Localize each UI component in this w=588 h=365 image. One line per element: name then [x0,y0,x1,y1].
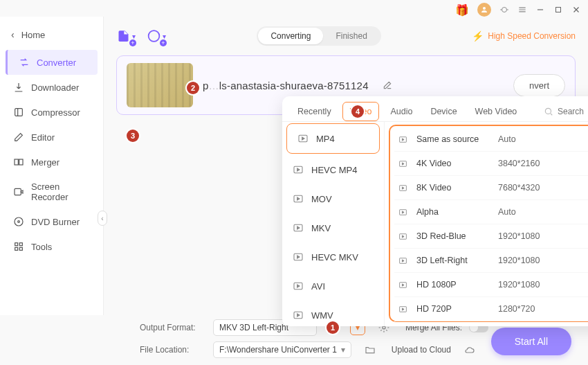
svg-point-31 [383,326,385,329]
svg-rect-12 [19,247,22,250]
format-item-mov[interactable]: MOV [282,184,384,213]
start-all-button[interactable]: Start All [491,328,571,355]
svg-rect-3 [15,109,23,116]
format-list: MP4HEVC MP4MOVMKVHEVC MKVAVIWMVM4V [282,122,385,326]
svg-point-14 [545,108,551,114]
recorder-icon [13,186,24,197]
preset-name: HD 720P [416,304,498,314]
preset-pane: Same as sourceAuto4K Video3840*21608K Vi… [385,122,588,326]
callout-badge-2: 2 [187,82,199,94]
play-icon [398,184,410,193]
play-icon [398,305,410,314]
merger-icon [13,157,24,168]
format-label: MOV [311,194,332,204]
format-label: HEVC MP4 [311,165,357,175]
preset-row[interactable]: Same as sourceAuto [394,127,588,152]
format-tab-recently[interactable]: Recently [291,103,338,121]
callout-badge-1: 1 [327,321,339,334]
format-tab-device[interactable]: Device [423,103,463,121]
svg-rect-9 [15,243,18,246]
convert-button[interactable]: nvert [513,74,565,97]
svg-point-7 [15,217,23,226]
preset-row[interactable]: 3D Left-Right1920*1080 [394,249,588,273]
callout-badge-3: 3 [127,130,139,142]
open-folder-icon[interactable] [364,344,376,356]
format-item-mkv[interactable]: MKV [282,213,384,242]
cloud-icon[interactable] [463,344,476,356]
sidebar-item-tools[interactable]: Tools [0,234,103,259]
sidebar-item-label: Downloader [31,82,79,93]
format-label: AVI [311,281,325,292]
format-popup: RecentlyVideoAudioDeviceWeb Video MP4HEV… [282,96,588,326]
titlebar: 🎁 [0,0,588,17]
segment-converting[interactable]: Converting [258,28,323,44]
add-folder-button[interactable]: + ▾ [147,26,166,46]
format-icon [292,309,304,321]
preset-row[interactable]: HD 1080P1920*1080 [394,273,588,297]
sidebar-item-merger[interactable]: Merger [0,150,103,175]
maximize-icon[interactable] [553,5,563,15]
play-icon [398,232,410,241]
high-speed-toggle[interactable]: ⚡ High Speed Conversion [472,30,576,42]
preset-row[interactable]: 4K Video3840*2160 [394,152,588,176]
add-file-button[interactable]: + ▾ [116,26,136,46]
sidebar-item-converter[interactable]: Converter [6,50,98,75]
file-location-select[interactable]: F:\Wondershare UniConverter 1 ▾ [213,341,351,358]
file-name: p…ls-anastasia-shuraeva-8751124 [203,80,369,91]
file-location-label: File Location: [140,345,206,355]
sidebar-item-dvd-burner[interactable]: DVD Burner [0,209,103,234]
format-item-mp4[interactable]: MP4 [286,123,380,154]
svg-rect-2 [556,8,561,12]
back-home[interactable]: ‹ Home [0,25,103,44]
svg-rect-5 [19,159,23,165]
format-tab-audio[interactable]: Audio [383,103,419,121]
preset-name: 3D Red-Blue [416,231,498,241]
search-input[interactable] [558,107,588,116]
preset-resolution: 1920*1080 [498,256,588,265]
preset-row[interactable]: HD 720P1280*720 [394,297,588,321]
close-icon[interactable] [571,5,581,15]
output-format-label: Output Format: [140,323,206,332]
downloader-icon [13,82,24,93]
avatar[interactable] [477,3,491,17]
format-item-hevc-mp4[interactable]: HEVC MP4 [282,155,384,184]
svg-rect-10 [19,243,22,246]
play-icon [398,208,410,217]
gift-icon[interactable]: 🎁 [455,3,469,17]
play-icon [398,281,410,290]
sidebar-item-editor[interactable]: Editor [0,125,103,150]
format-tab-web-video[interactable]: Web Video [468,103,524,121]
preset-resolution: 7680*4320 [498,183,588,193]
toolbar: + ▾ + ▾ Converting Finished ⚡ High Speed… [116,26,576,46]
menu-icon[interactable] [517,5,527,15]
sidebar-item-screen-recorder[interactable]: Screen Recorder [0,175,103,209]
preset-row[interactable]: 3D Red-Blue1920*1080 [394,224,588,249]
upload-cloud-label: Upload to Cloud [392,345,451,355]
svg-rect-6 [15,188,21,195]
format-icon [292,193,304,205]
play-icon [398,159,410,168]
format-icon [292,163,304,176]
format-item-avi[interactable]: AVI [282,271,384,301]
preset-row[interactable]: AlphaAuto [394,200,588,224]
preset-resolution: Auto [498,207,588,217]
preset-name: Same as source [416,134,498,144]
sidebar-item-downloader[interactable]: Downloader [0,75,103,100]
sidebar-item-compressor[interactable]: Compressor [0,100,103,125]
preset-row[interactable]: 8K Video7680*4320 [394,176,588,200]
svg-point-0 [483,7,486,10]
preset-resolution: 1920*1080 [498,280,588,290]
support-icon[interactable] [499,5,509,15]
format-item-hevc-mkv[interactable]: HEVC MKV [282,242,384,271]
minimize-icon[interactable] [535,5,545,15]
rename-icon[interactable] [383,80,392,90]
converter-icon [19,57,30,68]
format-search[interactable] [544,107,588,116]
file-thumbnail[interactable] [127,63,193,107]
sidebar: ‹ Home ConverterDownloaderCompressorEdit… [0,17,104,315]
compressor-icon [13,107,24,118]
format-label: HEVC MKV [311,252,358,262]
preset-name: 3D Left-Right [416,256,498,265]
segment-finished[interactable]: Finished [323,28,379,44]
preset-name: HD 1080P [416,280,498,290]
